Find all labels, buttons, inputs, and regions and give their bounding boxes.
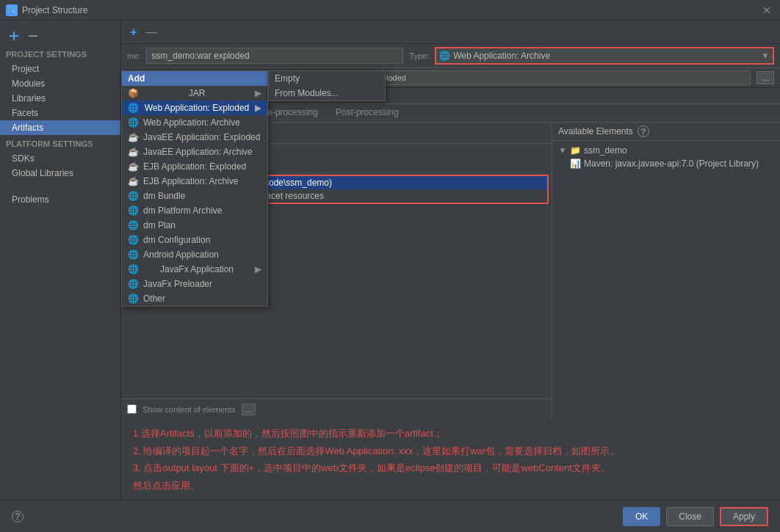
remove-artifact-button[interactable]: —	[142, 24, 160, 40]
submenu-label-empty: Empty	[275, 73, 300, 84]
available-elements-help[interactable]: ?	[638, 125, 649, 137]
dropdown-item-javaee-exploded[interactable]: ☕ JavaEE Application: Exploded	[122, 130, 267, 145]
dropdown-label-javaee-archive: JavaEE Application: Archive	[143, 147, 253, 157]
dropdown-icon-web-archive: 🌐	[128, 117, 139, 128]
sidebar-add-button[interactable]	[6, 29, 22, 43]
artifact-footer: Show content of elements ...	[121, 398, 552, 419]
dropdown-item-javaee-archive[interactable]: ☕ JavaEE Application: Archive	[122, 145, 267, 159]
dropdown-label-dm-platform: dm Platform Archive	[143, 205, 222, 216]
type-selector[interactable]: 🌐 Web Application: Archive ▼	[435, 47, 774, 65]
type-label: Type:	[409, 51, 429, 60]
dropdown-item-android[interactable]: 🌐 Android Application	[122, 247, 267, 262]
available-elements-title: Available Elements	[558, 126, 633, 136]
dropdown-item-web-exploded[interactable]: 🌐 Web Application: Exploded ▶	[122, 101, 267, 115]
available-tree: ▼ 📁 ssm_demo 📊 Maven: javax.javaee-api:7…	[552, 141, 780, 419]
submenu-item-empty[interactable]: Empty	[269, 71, 385, 86]
browse-button[interactable]: ...	[756, 71, 774, 84]
sidebar-remove-button[interactable]	[25, 29, 41, 43]
sidebar-item-facets[interactable]: Facets	[0, 106, 120, 120]
dropdown-label-javaee-exploded: JavaEE Application: Exploded	[143, 132, 260, 142]
name-input[interactable]	[146, 48, 403, 64]
name-type-row: me: Type: 🌐 Web Application: Archive ▼	[121, 44, 780, 68]
sidebar-item-modules[interactable]: Modules	[0, 76, 120, 91]
submenu-item-from-modules[interactable]: From Modules...	[269, 86, 385, 101]
close-button[interactable]: ✕	[759, 3, 774, 18]
type-dropdown-arrow[interactable]: ▼	[761, 51, 770, 61]
dropdown-icon-javaee-exploded: ☕	[128, 132, 139, 142]
dropdown-icon-javafx-preloader: 🌐	[128, 279, 139, 289]
dropdown-item-dm-plan[interactable]: 🌐 dm Plan	[122, 218, 267, 233]
available-expand-icon: ▼	[558, 145, 567, 156]
dropdown-label-jar: JAR	[189, 88, 206, 98]
artifact-right-panel: Available Elements ? ▼ 📁 ssm_demo 📊 Mave…	[552, 123, 780, 419]
dropdown-item-javafx-preloader[interactable]: 🌐 JavaFx Preloader	[122, 277, 267, 291]
apply-button[interactable]: Apply	[720, 507, 768, 526]
dropdown-arrow-web-exploded: ▶	[255, 103, 261, 113]
dropdown-icon-other: 🌐	[128, 294, 139, 304]
add-dropdown-header: Add	[122, 71, 267, 86]
sidebar-item-artifacts[interactable]: Artifacts	[0, 120, 120, 135]
svg-rect-2	[29, 35, 37, 37]
tab-post-processing[interactable]: Post-processing	[327, 104, 408, 122]
sidebar-item-global-libraries[interactable]: Global Libraries	[0, 166, 120, 181]
add-artifact-button[interactable]: +	[127, 24, 140, 40]
dropdown-item-ejb-archive[interactable]: ☕ EJB Application: Archive	[122, 174, 267, 189]
dropdown-item-web-archive[interactable]: 🌐 Web Application: Archive	[122, 115, 267, 130]
available-item-maven[interactable]: 📊 Maven: javax.javaee-api:7.0 (Project L…	[552, 157, 780, 170]
type-icon: 🌐	[439, 51, 450, 61]
dropdown-label-android: Android Application	[143, 249, 219, 260]
ok-button[interactable]: OK	[623, 507, 660, 526]
dropdown-icon-android: 🌐	[128, 249, 139, 260]
dropdown-label-dm-plan: dm Plan	[143, 220, 176, 230]
dropdown-label-web-archive: Web Application: Archive	[143, 117, 240, 128]
show-content-checkbox[interactable]	[127, 404, 137, 414]
content-toolbar: + —	[121, 21, 780, 44]
dropdown-item-dm-bundle[interactable]: 🌐 dm Bundle	[122, 189, 267, 203]
bottom-right: OK Close Apply	[623, 507, 768, 526]
dropdown-icon-jar: 📦	[128, 88, 139, 98]
dropdown-icon-dm-plan: 🌐	[128, 220, 139, 230]
annotation-line4: 然后点击应用。	[133, 477, 768, 494]
name-label: me:	[127, 51, 140, 60]
dropdown-item-dm-config[interactable]: 🌐 dm Configuration	[122, 233, 267, 247]
dropdown-item-dm-platform[interactable]: 🌐 dm Platform Archive	[122, 203, 267, 218]
submenu-label-from-modules: From Modules...	[275, 88, 339, 98]
dropdown-item-other[interactable]: 🌐 Other	[122, 291, 267, 306]
sidebar-toolbar	[0, 26, 120, 45]
annotation-line3: 3. 点击output layout 下面的+，选中项目中的web文件夹，如果是…	[133, 459, 768, 476]
bottom-left: ?	[12, 511, 24, 522]
dropdown-item-ejb-exploded[interactable]: ☕ EJB Application: Exploded	[122, 159, 267, 174]
dropdown-icon-javaee-archive: ☕	[128, 147, 139, 157]
main-container: Project Settings Project Modules Librari…	[0, 21, 780, 500]
type-value: Web Application: Archive	[453, 51, 758, 61]
available-icon-maven: 📊	[570, 158, 581, 169]
project-settings-section: Project Settings	[0, 45, 120, 62]
dropdown-label-javafx-preloader: JavaFx Preloader	[143, 279, 212, 289]
dropdown-item-jar[interactable]: 📦 JAR ▶	[122, 86, 267, 101]
dropdown-icon-javafx: 🌐	[128, 264, 139, 274]
sidebar-item-sdks[interactable]: SDKs	[0, 151, 120, 166]
available-label-ssm-demo: ssm_demo	[584, 145, 627, 156]
dropdown-icon-web-exploded: 🌐	[128, 103, 139, 113]
dropdown-arrow-jar: ▶	[255, 88, 261, 98]
show-content-more-btn[interactable]: ...	[242, 404, 256, 415]
dropdown-icon-ejb-exploded: ☕	[128, 161, 139, 172]
sidebar-item-project[interactable]: Project	[0, 62, 120, 76]
platform-settings-section: Platform Settings	[0, 135, 120, 151]
svg-rect-1	[10, 35, 18, 37]
dropdown-icon-dm-bundle: 🌐	[128, 191, 139, 201]
dropdown-label-dm-bundle: dm Bundle	[143, 191, 185, 201]
sidebar-item-problems[interactable]: Problems	[0, 192, 120, 207]
global-help-button[interactable]: ?	[12, 511, 24, 522]
dropdown-item-javafx[interactable]: 🌐 JavaFx Application ▶	[122, 262, 267, 277]
available-item-ssm-demo[interactable]: ▼ 📁 ssm_demo	[552, 144, 780, 157]
dropdown-label-javafx: JavaFx Application	[160, 264, 234, 274]
dropdown-label-web-exploded: Web Application: Exploded	[145, 103, 250, 113]
close-dialog-button[interactable]: Close	[666, 507, 714, 526]
title-bar: 🔧 Project Structure ✕	[0, 0, 780, 21]
annotations-area: 1.选择Artifacts，以前添加的，然后按照图中的指示重新添加一个artif…	[121, 419, 780, 500]
bottom-bar: ? OK Close Apply	[0, 500, 780, 532]
sidebar-item-libraries[interactable]: Libraries	[0, 91, 120, 106]
window-title: Project Structure	[22, 5, 87, 15]
annotation-line2: 2. 给编译的项目起一个名字，然后在后面选择Web Application: x…	[133, 442, 768, 459]
